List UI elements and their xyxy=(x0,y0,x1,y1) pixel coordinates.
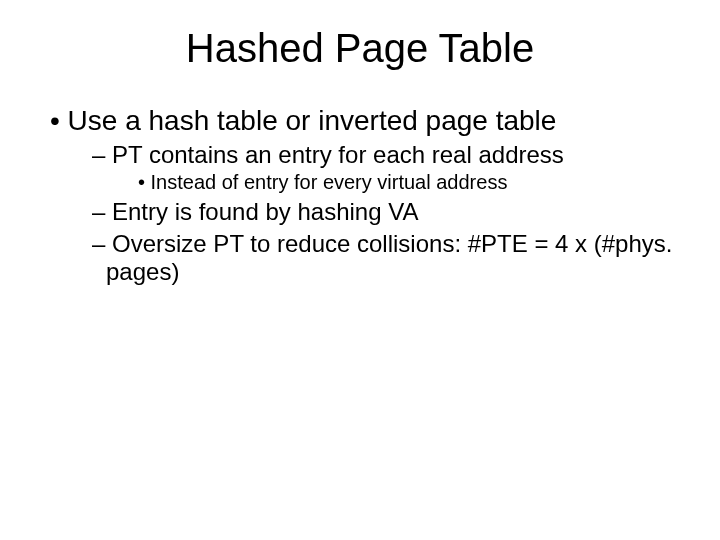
bullet-text: Oversize PT to reduce collisions: #PTE =… xyxy=(106,230,672,285)
slide-title: Hashed Page Table xyxy=(40,26,680,71)
bullet-text: Entry is found by hashing VA xyxy=(112,198,418,225)
bullet-level2: PT contains an entry for each real addre… xyxy=(92,141,680,169)
bullet-text: Instead of entry for every virtual addre… xyxy=(151,171,508,193)
bullet-list: Use a hash table or inverted page table … xyxy=(40,105,680,286)
bullet-level1: Use a hash table or inverted page table xyxy=(50,105,680,137)
bullet-text: Use a hash table or inverted page table xyxy=(68,105,557,136)
bullet-level2: Entry is found by hashing VA xyxy=(92,198,680,226)
bullet-level3: Instead of entry for every virtual addre… xyxy=(138,171,680,194)
bullet-level2: Oversize PT to reduce collisions: #PTE =… xyxy=(92,230,680,286)
bullet-text: PT contains an entry for each real addre… xyxy=(112,141,564,168)
slide: Hashed Page Table Use a hash table or in… xyxy=(0,0,720,540)
